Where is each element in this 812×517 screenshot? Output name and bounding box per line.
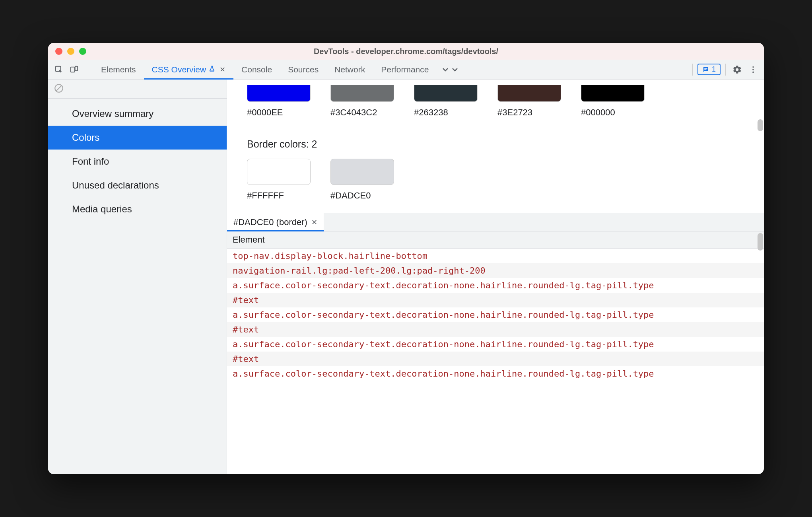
sidebar-item-colors[interactable]: Colors [48, 126, 227, 150]
chat-icon [702, 66, 709, 73]
swatch-row: #0000EE#3C4043C2#263238#3E2723#000000 [247, 85, 744, 118]
colors-pane: #0000EE#3C4043C2#263238#3E2723#000000 Bo… [227, 80, 764, 213]
device-toolbar-icon[interactable] [67, 63, 81, 76]
divider [725, 64, 726, 76]
drawer-column-header: Element [227, 231, 764, 249]
sidebar: Overview summaryColorsFont infoUnused de… [48, 80, 227, 474]
svg-point-7 [752, 71, 754, 73]
tab-network[interactable]: Network [326, 60, 373, 79]
drawer: #DADCE0 (border) ✕ Element top-nav.displ… [227, 213, 764, 474]
swatch-hex: #263238 [414, 107, 448, 118]
color-swatch[interactable]: #DADCE0 [330, 159, 394, 201]
element-row[interactable]: navigation-rail.lg:pad-left-200.lg:pad-r… [227, 263, 764, 278]
tab-css-overview[interactable]: CSS Overview✕ [144, 60, 234, 79]
clear-overview-icon[interactable] [54, 83, 64, 95]
drawer-tab-label: #DADCE0 (border) [233, 217, 307, 227]
swatch-chip [581, 85, 645, 102]
sidebar-items: Overview summaryColorsFont infoUnused de… [48, 99, 227, 221]
svg-point-5 [752, 66, 754, 68]
swatch-chip [330, 159, 394, 185]
element-row[interactable]: #text [227, 293, 764, 307]
divider [692, 64, 693, 76]
color-swatch[interactable]: #263238 [414, 85, 478, 118]
tab-sources[interactable]: Sources [280, 60, 326, 79]
swatch-hex: #3C4043C2 [330, 107, 377, 118]
sidebar-item-overview-summary[interactable]: Overview summary [48, 102, 227, 126]
tab-console[interactable]: Console [233, 60, 280, 79]
panel-tabs: ElementsCSS Overview✕ConsoleSourcesNetwo… [93, 60, 437, 79]
swatch-row-border: #FFFFFF#DADCE0 [247, 159, 744, 201]
svg-rect-4 [704, 69, 706, 70]
svg-line-9 [56, 86, 62, 91]
close-icon[interactable]: ✕ [220, 65, 225, 74]
element-row[interactable]: a.surface.color-secondary-text.decoratio… [227, 337, 764, 352]
titlebar: DevTools - developer.chrome.com/tags/dev… [48, 43, 764, 60]
main-toolbar: ElementsCSS Overview✕ConsoleSourcesNetwo… [48, 60, 764, 80]
window-title: DevTools - developer.chrome.com/tags/dev… [48, 47, 764, 56]
color-swatch[interactable]: #3C4043C2 [330, 85, 394, 118]
scrollbar-thumb[interactable] [758, 119, 763, 131]
swatch-hex: #0000EE [247, 107, 283, 118]
swatch-chip [330, 85, 394, 102]
color-swatch[interactable]: #FFFFFF [247, 159, 311, 201]
tab-label: Network [334, 65, 365, 74]
main-panel: #0000EE#3C4043C2#263238#3E2723#000000 Bo… [227, 80, 764, 474]
sidebar-item-unused-declarations[interactable]: Unused declarations [48, 173, 227, 197]
color-swatch[interactable]: #0000EE [247, 85, 311, 118]
swatch-hex: #DADCE0 [330, 190, 371, 201]
border-colors-heading: Border colors: 2 [247, 138, 744, 150]
close-icon[interactable]: ✕ [311, 218, 317, 227]
kebab-menu-icon[interactable] [746, 63, 760, 76]
swatch-hex: #000000 [581, 107, 615, 118]
issues-badge[interactable]: 1 [697, 64, 721, 75]
element-row[interactable]: a.surface.color-secondary-text.decoratio… [227, 307, 764, 322]
swatch-chip [247, 85, 311, 102]
svg-rect-1 [71, 67, 75, 72]
swatch-chip [497, 85, 561, 102]
swatch-chip [247, 159, 311, 185]
sidebar-item-font-info[interactable]: Font info [48, 150, 227, 173]
settings-icon[interactable] [730, 63, 744, 76]
svg-rect-3 [704, 68, 707, 69]
experiment-icon [208, 65, 216, 74]
element-row[interactable]: #text [227, 352, 764, 366]
swatch-hex: #3E2723 [497, 107, 532, 118]
sidebar-item-media-queries[interactable]: Media queries [48, 197, 227, 221]
tab-elements[interactable]: Elements [93, 60, 144, 79]
content-area: Overview summaryColorsFont infoUnused de… [48, 80, 764, 474]
drawer-body: top-nav.display-block.hairline-bottomnav… [227, 249, 764, 474]
drawer-tab-color[interactable]: #DADCE0 (border) ✕ [227, 213, 324, 231]
element-row[interactable]: top-nav.display-block.hairline-bottom [227, 249, 764, 263]
tab-label: Elements [101, 65, 136, 74]
tab-label: CSS Overview [152, 65, 206, 74]
color-swatch[interactable]: #000000 [581, 85, 645, 118]
svg-rect-2 [75, 66, 78, 70]
element-row[interactable]: a.surface.color-secondary-text.decoratio… [227, 366, 764, 381]
sidebar-toolbar [48, 80, 227, 99]
devtools-window: DevTools - developer.chrome.com/tags/dev… [48, 43, 764, 474]
svg-point-6 [752, 69, 754, 70]
more-tabs-icon[interactable] [437, 60, 464, 79]
tab-performance[interactable]: Performance [373, 60, 437, 79]
tab-label: Console [241, 65, 272, 74]
swatch-hex: #FFFFFF [247, 190, 284, 201]
color-swatch[interactable]: #3E2723 [497, 85, 561, 118]
element-row[interactable]: #text [227, 322, 764, 337]
issues-count: 1 [712, 65, 716, 74]
swatch-chip [414, 85, 478, 102]
drawer-tabs: #DADCE0 (border) ✕ [227, 213, 764, 231]
element-row[interactable]: a.surface.color-secondary-text.decoratio… [227, 278, 764, 293]
tab-label: Performance [381, 65, 429, 74]
tab-label: Sources [288, 65, 319, 74]
inspect-element-icon[interactable] [52, 63, 66, 76]
scrollbar-thumb[interactable] [758, 233, 763, 251]
divider [85, 64, 85, 76]
